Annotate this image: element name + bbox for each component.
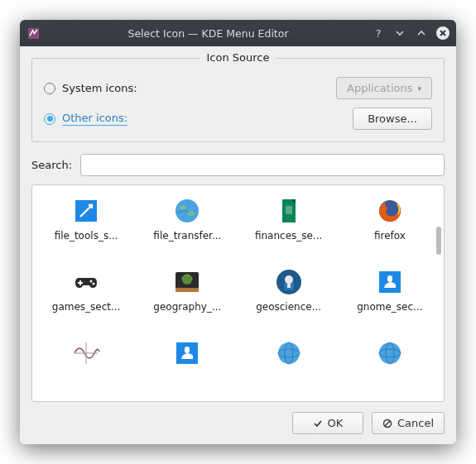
cancel-button-label: Cancel bbox=[397, 417, 434, 429]
firefox-icon bbox=[376, 197, 404, 225]
dialog-window: Select Icon — KDE Menu Editor ? Icon Sou… bbox=[20, 20, 456, 444]
window-controls: ? bbox=[372, 26, 450, 40]
icon-label: geography_... bbox=[153, 301, 221, 313]
icon-label: firefox bbox=[374, 230, 406, 242]
icon-item[interactable]: file_tools_s... bbox=[37, 194, 135, 261]
dialog-body: Icon Source System icons: Applications ▾… bbox=[20, 46, 456, 444]
icon-label: file_tools_s... bbox=[55, 230, 118, 242]
icon-source-title: Icon Source bbox=[200, 51, 276, 64]
category-dropdown: Applications ▾ bbox=[336, 77, 432, 99]
window-title: Select Icon — KDE Menu Editor bbox=[45, 27, 372, 40]
search-label: Search: bbox=[31, 159, 72, 171]
globe-icon bbox=[173, 197, 201, 225]
radio-dot-icon bbox=[44, 113, 55, 125]
svg-rect-8 bbox=[78, 282, 83, 284]
titlebar: Select Icon — KDE Menu Editor ? bbox=[20, 20, 456, 46]
icon-item[interactable]: geoscience... bbox=[240, 265, 338, 332]
icon-item[interactable]: graphics_s... bbox=[341, 336, 439, 402]
sphere-icon bbox=[275, 339, 303, 367]
icon-item[interactable]: games_sect... bbox=[37, 265, 135, 332]
check-icon bbox=[313, 419, 323, 428]
dialog-footer: OK Cancel bbox=[31, 412, 445, 434]
icon-list: file_tools_s... file_transfer... finance… bbox=[31, 184, 445, 402]
icon-label: geoscience... bbox=[256, 301, 321, 313]
finances-icon bbox=[275, 197, 303, 225]
gnuplot-icon bbox=[72, 339, 100, 367]
category-dropdown-label: Applications bbox=[347, 82, 412, 94]
svg-rect-5 bbox=[286, 206, 292, 214]
gamepad-icon bbox=[72, 268, 100, 296]
svg-point-10 bbox=[93, 283, 95, 285]
icon-item[interactable]: graphical_d... bbox=[138, 336, 236, 402]
icon-label: games_sect... bbox=[52, 301, 121, 313]
cancel-icon bbox=[382, 419, 392, 428]
graphical-icon bbox=[173, 339, 201, 367]
svg-point-3 bbox=[180, 205, 186, 210]
icon-item[interactable]: finances_se... bbox=[240, 194, 338, 261]
chevron-down-icon: ▾ bbox=[417, 84, 421, 93]
maximize-icon[interactable] bbox=[415, 26, 428, 40]
svg-rect-16 bbox=[287, 283, 291, 288]
icon-label: file_transfer... bbox=[153, 230, 221, 242]
svg-point-23 bbox=[278, 342, 300, 364]
icon-source-group: Icon Source System icons: Applications ▾… bbox=[31, 58, 445, 142]
radio-dot-icon bbox=[44, 83, 55, 94]
svg-rect-18 bbox=[387, 275, 392, 282]
icon-label: gnome_sec... bbox=[357, 301, 422, 313]
minimize-icon[interactable] bbox=[393, 26, 406, 40]
svg-rect-22 bbox=[185, 347, 190, 353]
other-icons-label: Other icons: bbox=[62, 112, 127, 126]
close-icon[interactable] bbox=[436, 26, 450, 40]
icon-item[interactable]: gnome_sec... bbox=[341, 265, 439, 332]
icon-item[interactable]: firefox bbox=[341, 194, 439, 261]
other-icons-radio[interactable]: Other icons: bbox=[44, 112, 127, 126]
browse-button-label: Browse... bbox=[368, 112, 417, 125]
svg-line-30 bbox=[385, 421, 390, 426]
svg-point-26 bbox=[379, 342, 401, 364]
help-icon[interactable]: ? bbox=[372, 26, 385, 40]
cancel-button[interactable]: Cancel bbox=[372, 412, 445, 434]
ok-button-label: OK bbox=[328, 417, 344, 429]
file-tools-icon bbox=[72, 197, 100, 225]
app-icon bbox=[26, 26, 40, 40]
geoscience-icon bbox=[275, 268, 303, 296]
scrollbar-thumb[interactable] bbox=[436, 227, 441, 255]
geography-icon bbox=[173, 268, 201, 296]
icon-item[interactable]: geography_... bbox=[138, 265, 236, 332]
search-input[interactable] bbox=[80, 154, 445, 176]
system-icons-radio[interactable]: System icons: bbox=[44, 82, 137, 94]
browse-button[interactable]: Browse... bbox=[353, 108, 432, 130]
icon-label: finances_se... bbox=[255, 230, 322, 242]
search-row: Search: bbox=[31, 154, 445, 176]
icon-item[interactable]: file_transfer... bbox=[138, 194, 236, 261]
svg-point-9 bbox=[90, 280, 93, 283]
svg-point-4 bbox=[187, 211, 195, 216]
icon-item[interactable]: graphics_3... bbox=[240, 336, 338, 402]
icon-item[interactable]: gnuplot bbox=[37, 336, 135, 402]
system-icons-label: System icons: bbox=[62, 82, 137, 94]
gnome-section-icon bbox=[376, 268, 404, 296]
svg-rect-12 bbox=[175, 288, 199, 292]
svg-point-15 bbox=[285, 275, 293, 284]
ok-button[interactable]: OK bbox=[292, 412, 363, 434]
sphere-icon bbox=[376, 339, 404, 367]
